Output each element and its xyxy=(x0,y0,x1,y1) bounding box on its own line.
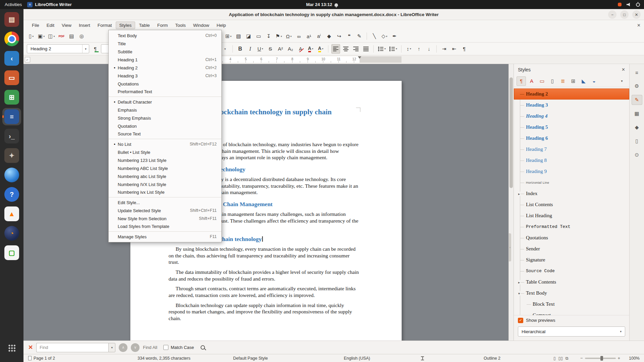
style-list-item[interactable]: Heading 6 xyxy=(514,133,629,144)
dropdown-arrow-icon[interactable] xyxy=(386,35,387,38)
dock-app-writer[interactable]: ≡ xyxy=(2,108,21,125)
page-style-status[interactable]: Default Page Style xyxy=(233,354,268,362)
system-status-area[interactable] xyxy=(618,3,640,7)
find-previous-button[interactable]: ∧ xyxy=(119,343,127,352)
menu-item[interactable]: Help xyxy=(213,21,230,29)
increase-paragraph-spacing-icon[interactable]: ↑ xyxy=(415,44,423,54)
styles-menu-item[interactable]: Heading 2 Ctrl+2 xyxy=(109,64,221,72)
style-inspector-tab[interactable]: ⊙ xyxy=(632,150,642,160)
menu-item[interactable]: Edit xyxy=(43,21,58,29)
style-list-item[interactable]: Heading 9 xyxy=(514,166,629,177)
dropdown-arrow-icon[interactable] xyxy=(262,47,263,50)
subscript-icon[interactable]: A₂ xyxy=(286,44,295,54)
styles-menu-item[interactable]: Numbering abc List Style xyxy=(109,172,221,180)
styles-menu-item[interactable]: Bullet • List Style xyxy=(109,148,221,156)
vertical-scrollbar[interactable]: ‹ xyxy=(508,64,514,341)
find-input[interactable] xyxy=(36,343,108,352)
dropdown-arrow-icon[interactable] xyxy=(43,35,45,38)
open-file-icon[interactable]: ▣ xyxy=(37,32,46,41)
special-character-icon[interactable]: Ω xyxy=(284,32,293,41)
style-list-item[interactable]: Compact xyxy=(514,310,629,315)
styles-tab[interactable]: ✎ xyxy=(632,95,642,105)
dropdown-arrow-icon[interactable] xyxy=(290,35,292,38)
outline-level-status[interactable]: Outline 2 xyxy=(484,354,500,362)
menu-item[interactable]: File xyxy=(28,21,43,29)
style-list-item[interactable]: Heading 3 xyxy=(514,100,629,111)
menu-item[interactable]: Tools xyxy=(171,21,190,29)
paragraph-style-selector[interactable]: Heading 2 ▾ xyxy=(27,44,89,53)
style-list-item[interactable]: Source Code xyxy=(514,265,629,277)
new-document-icon[interactable]: ▯ xyxy=(27,32,36,41)
selection-mode-status[interactable] xyxy=(421,354,424,362)
page-number-status[interactable]: Page 1 of 2 xyxy=(28,354,55,362)
tab-stop-type-selector[interactable]: ⌐ xyxy=(25,57,30,62)
expand-toggle-icon[interactable]: ▾ xyxy=(518,291,521,295)
title-bar[interactable]: Application of blockchain technology in … xyxy=(23,9,644,20)
word-count-status[interactable]: 334 words, 2,355 characters xyxy=(138,354,191,362)
menu-item[interactable]: Styles xyxy=(116,21,136,29)
menu-item[interactable]: Form xyxy=(154,21,172,29)
sidebar-settings-tab[interactable]: ≡ xyxy=(632,67,642,77)
decrease-indent-icon[interactable]: ⇤ xyxy=(450,44,459,54)
bold-icon[interactable]: B xyxy=(236,44,245,54)
document-area[interactable]: Application of blockchain technology in … xyxy=(23,64,508,341)
style-list-item[interactable]: ▾ Text Body xyxy=(514,288,629,299)
menu-item[interactable]: Window xyxy=(190,21,213,29)
style-list-item[interactable]: Heading 2 xyxy=(514,88,629,100)
dropdown-arrow-icon[interactable] xyxy=(53,35,55,38)
styles-action-menu-icon[interactable]: ▾ xyxy=(617,76,627,86)
strikethrough-icon[interactable]: S xyxy=(266,44,275,54)
gallery-tab[interactable]: ▦ xyxy=(632,109,642,119)
show-previews-checkbox[interactable]: ✓ xyxy=(518,318,523,323)
dropdown-arrow-icon[interactable] xyxy=(281,35,282,38)
dock-app-chrome[interactable] xyxy=(2,30,21,48)
paragraph-styles-icon[interactable]: ¶ xyxy=(517,76,526,86)
maximize-button[interactable]: □ xyxy=(620,10,629,19)
dropdown-arrow-icon[interactable] xyxy=(230,35,231,38)
styles-menu-item[interactable]: Quotations xyxy=(109,80,221,88)
superscript-icon[interactable]: A² xyxy=(276,44,285,54)
find-next-button[interactable]: ∨ xyxy=(131,343,140,352)
style-list-item[interactable]: Heading 7 xyxy=(514,144,629,155)
menu-item[interactable]: View xyxy=(58,21,75,29)
styles-menu-item[interactable]: Heading 3 Ctrl+3 xyxy=(109,72,221,80)
doc-block[interactable]: The data immutability of blockchain prov… xyxy=(169,269,361,282)
styles-menu-item[interactable]: No List Shift+Ctrl+F12 xyxy=(109,140,221,148)
menu-item[interactable]: Insert xyxy=(75,21,94,29)
style-list-item[interactable]: List Heading xyxy=(514,210,629,221)
style-list-item[interactable]: Heading 8 xyxy=(514,155,629,166)
print-preview-icon[interactable]: ◎ xyxy=(77,32,86,41)
align-justify-icon[interactable] xyxy=(362,44,370,54)
toolbar-button[interactable] xyxy=(436,45,437,53)
right-indent-marker[interactable] xyxy=(358,56,361,59)
dropdown-arrow-icon[interactable] xyxy=(312,47,313,50)
numbered-list-icon[interactable] xyxy=(388,44,398,54)
hyperlink-icon[interactable]: ∞ xyxy=(294,32,303,41)
italic-icon[interactable]: I xyxy=(246,44,255,54)
zoom-in-button[interactable]: + xyxy=(618,356,621,361)
update-style-icon[interactable]: ¶ xyxy=(91,44,100,54)
zoom-slider[interactable] xyxy=(585,358,616,359)
styles-menu-item[interactable]: Title xyxy=(109,40,221,48)
book-view-button[interactable]: ⧉ xyxy=(566,356,569,361)
styles-menu-item[interactable]: Quotation xyxy=(109,122,221,130)
style-list-item[interactable]: Quotations xyxy=(514,232,629,243)
properties-tab[interactable]: ⚙ xyxy=(632,81,642,91)
dock-app-vlc[interactable]: ▲ xyxy=(2,205,21,223)
highlight-color-icon[interactable]: A xyxy=(316,44,325,54)
print-icon[interactable]: ▤ xyxy=(67,32,76,41)
dock-app-help[interactable]: ? xyxy=(2,186,21,203)
multi-page-view-button[interactable]: ▯▯ xyxy=(558,356,563,361)
search-options-icon[interactable] xyxy=(201,345,205,350)
styles-menu-item[interactable]: Numbering IVX List Style xyxy=(109,180,221,188)
minimize-button[interactable]: − xyxy=(608,10,616,19)
toolbar-button[interactable] xyxy=(328,45,328,53)
styles-menu-item[interactable]: Numbering ivx List Style xyxy=(109,188,221,197)
style-list-item[interactable]: ▸ Index xyxy=(514,188,629,199)
style-list-item[interactable]: Horizontal Line xyxy=(514,177,629,188)
zoom-level[interactable]: 100% xyxy=(629,354,640,362)
styles-menu-item[interactable]: Numbering 123 List Style xyxy=(109,156,221,164)
zoom-out-button[interactable]: − xyxy=(580,356,583,361)
dock-app-gimp[interactable]: ✦ xyxy=(2,147,21,164)
dock-app-calc[interactable]: ⊞ xyxy=(2,88,21,106)
